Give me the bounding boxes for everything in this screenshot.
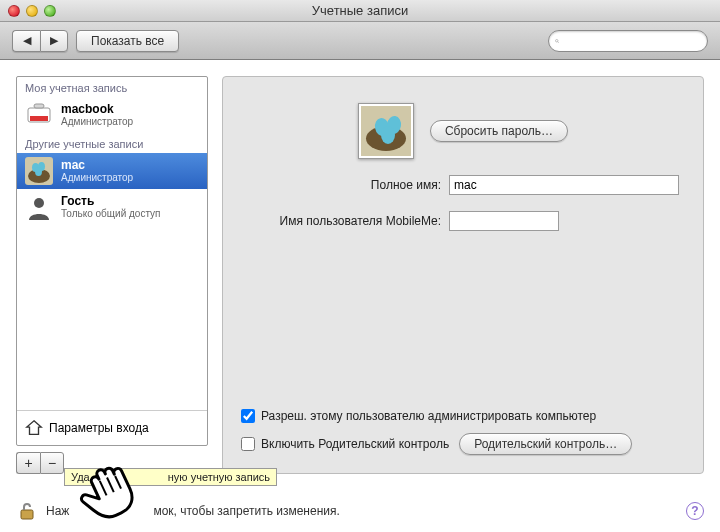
remove-account-tooltip: Уда ную учетную запись [64,468,277,486]
show-all-button[interactable]: Показать все [76,30,179,52]
mobileme-input[interactable] [449,211,559,231]
other-accounts-header: Другие учетные записи [17,133,207,153]
account-role: Администратор [61,172,133,183]
reset-password-button[interactable]: Сбросить пароль… [430,120,568,142]
house-icon [25,419,43,437]
forward-arrow-icon: ▶ [50,35,58,46]
search-input[interactable] [563,35,701,47]
svg-rect-3 [30,116,48,121]
svg-point-0 [556,39,559,42]
window-title: Учетные записи [0,3,720,18]
help-button[interactable]: ? [686,502,704,520]
back-button[interactable]: ◀ [12,30,40,52]
zoom-window-button[interactable] [44,5,56,17]
lock-footer: Наж мок, чтобы запретить изменения. ? [16,500,704,522]
accounts-sidebar: Моя учетная запись macbook Администратор… [16,76,208,474]
account-item-macbook[interactable]: macbook Администратор [17,97,207,133]
admin-checkbox[interactable] [241,409,255,423]
back-arrow-icon: ◀ [23,35,31,46]
login-options-label: Параметры входа [49,421,149,435]
parental-checkbox-label: Включить Родительский контроль [261,437,449,451]
window-titlebar: Учетные записи [0,0,720,22]
account-avatar-icon [25,101,53,129]
add-account-button[interactable]: + [16,452,40,474]
account-name: mac [61,159,133,172]
svg-rect-4 [34,104,44,108]
account-role: Только общий доступ [61,208,161,219]
account-avatar-icon [25,157,53,185]
account-role: Администратор [61,116,133,127]
remove-account-button[interactable]: − [40,452,64,474]
account-detail-pane: Сбросить пароль… Полное имя: Имя пользов… [222,76,704,474]
mobileme-label: Имя пользователя MobileMe: [241,214,441,228]
account-item-guest[interactable]: Гость Только общий доступ [17,189,207,225]
account-name: macbook [61,103,133,116]
search-field-container[interactable] [548,30,708,52]
toolbar: ◀ ▶ Показать все [0,22,720,60]
search-icon [555,35,559,47]
close-window-button[interactable] [8,5,20,17]
svg-line-1 [558,41,559,42]
parental-checkbox[interactable] [241,437,255,451]
guest-silhouette-icon [25,193,53,221]
svg-rect-6 [21,510,33,519]
accounts-list: Моя учетная запись macbook Администратор… [16,76,208,446]
minimize-window-button[interactable] [26,5,38,17]
account-name: Гость [61,195,161,208]
lock-text-suffix: мок, чтобы запретить изменения. [153,504,339,518]
fullname-input[interactable] [449,175,679,195]
login-options-button[interactable]: Параметры входа [17,410,207,445]
fullname-label: Полное имя: [241,178,441,192]
lock-text-prefix: Наж [46,504,69,518]
nav-back-forward: ◀ ▶ [12,30,68,52]
account-item-mac[interactable]: mac Администратор [17,153,207,189]
admin-checkbox-label: Разреш. этому пользователю администриров… [261,409,596,423]
unlock-icon[interactable] [16,500,38,522]
parental-control-button[interactable]: Родительский контроль… [459,433,632,455]
my-account-header: Моя учетная запись [17,77,207,97]
svg-point-5 [34,198,44,208]
forward-button[interactable]: ▶ [40,30,68,52]
account-picture[interactable] [358,103,414,159]
